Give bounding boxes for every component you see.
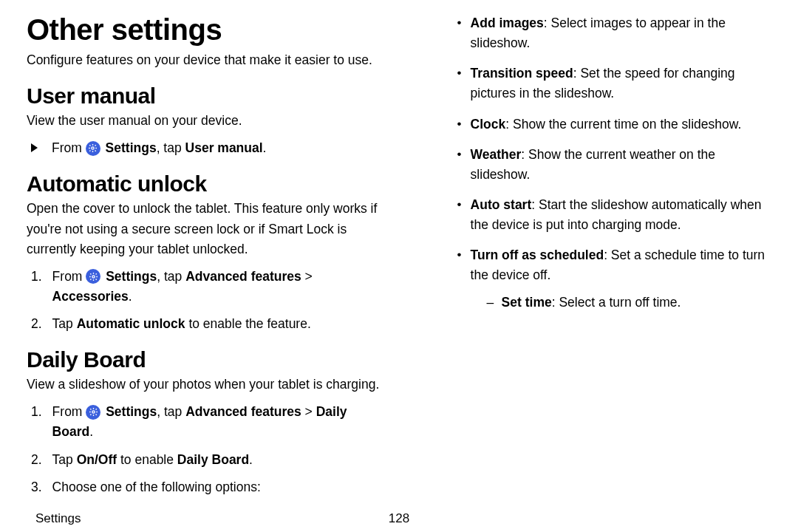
opt-set-time: Set time: Select a turn off time.	[487, 293, 771, 313]
daily-board-options: Add images: Select images to appear in t…	[440, 13, 771, 313]
gear-icon	[86, 405, 100, 420]
page-title: Other settings	[27, 13, 384, 46]
auto-unlock-step-1: 1. From Settings, tap Advanced features …	[27, 267, 384, 307]
heading-daily-board: Daily Board	[27, 347, 384, 372]
svg-point-1	[92, 276, 95, 278]
daily-board-step-1: 1. From Settings, tap Advanced features …	[27, 402, 384, 442]
heading-automatic-unlock: Automatic unlock	[27, 171, 384, 196]
arrow-icon	[31, 143, 38, 152]
opt-clock: Clock: Show the current time on the slid…	[457, 115, 771, 134]
opt-add-images: Add images: Select images to appear in t…	[457, 13, 771, 53]
opt-auto-start: Auto start: Start the slideshow automati…	[457, 195, 771, 235]
daily-board-desc: View a slideshow of your photos when you…	[27, 375, 384, 395]
footer-page-number: 128	[389, 511, 409, 526]
auto-unlock-desc: Open the cover to unlock the tablet. Thi…	[27, 199, 384, 259]
gear-icon	[86, 269, 100, 284]
footer-section: Settings	[35, 511, 81, 526]
opt-weather: Weather: Show the current weather on the…	[457, 145, 771, 185]
auto-unlock-step-2: 2. Tap Automatic unlock to enable the fe…	[27, 314, 384, 334]
gear-icon	[86, 141, 100, 156]
opt-transition-speed: Transition speed: Set the speed for chan…	[457, 64, 771, 103]
page-footer: Settings 128	[35, 511, 763, 526]
user-manual-step: From Settings, tap User manual.	[27, 138, 384, 158]
svg-point-2	[92, 411, 95, 413]
page-subtitle: Configure features on your device that m…	[27, 50, 384, 70]
opt-turn-off-scheduled: Turn off as scheduled: Set a schedule ti…	[457, 245, 771, 313]
user-manual-desc: View the user manual on your device.	[27, 111, 384, 131]
svg-point-0	[92, 147, 94, 149]
daily-board-step-2: 2. Tap On/Off to enable Daily Board.	[27, 450, 384, 470]
heading-user-manual: User manual	[27, 83, 384, 108]
